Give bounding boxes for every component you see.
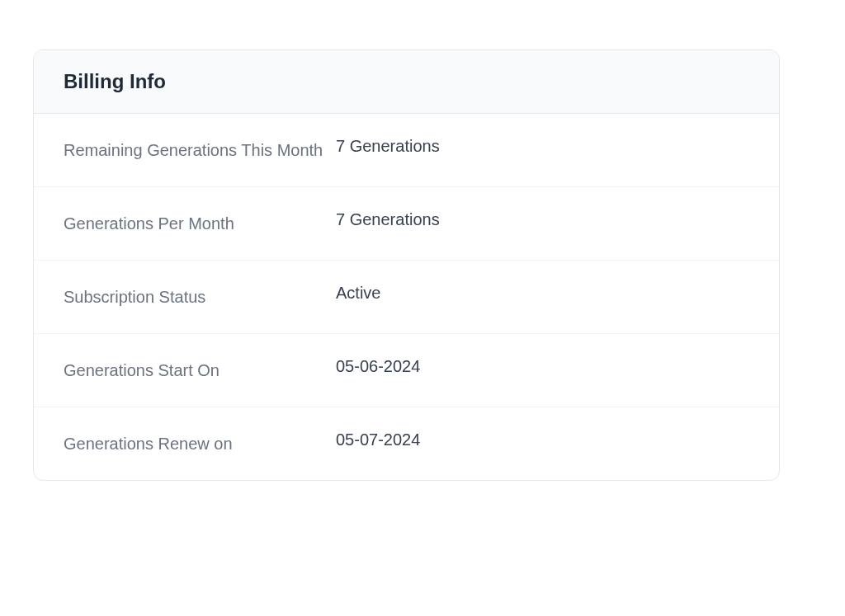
- billing-info-card: Billing Info Remaining Generations This …: [33, 49, 780, 481]
- value-generations-per-month: 7 Generations: [336, 210, 440, 229]
- label-subscription-status: Subscription Status: [64, 284, 336, 310]
- label-remaining-generations: Remaining Generations This Month: [64, 137, 336, 163]
- row-generations-renew-on: Generations Renew on 05-07-2024: [34, 407, 779, 480]
- card-header: Billing Info: [34, 50, 779, 114]
- card-title: Billing Info: [64, 70, 749, 93]
- row-generations-per-month: Generations Per Month 7 Generations: [34, 187, 779, 261]
- row-remaining-generations: Remaining Generations This Month 7 Gener…: [34, 114, 779, 187]
- label-generations-per-month: Generations Per Month: [64, 210, 336, 237]
- label-generations-start-on: Generations Start On: [64, 357, 336, 383]
- value-generations-start-on: 05-06-2024: [336, 357, 420, 376]
- value-generations-renew-on: 05-07-2024: [336, 430, 420, 449]
- row-generations-start-on: Generations Start On 05-06-2024: [34, 334, 779, 407]
- value-subscription-status: Active: [336, 284, 380, 303]
- value-remaining-generations: 7 Generations: [336, 137, 440, 156]
- row-subscription-status: Subscription Status Active: [34, 261, 779, 334]
- label-generations-renew-on: Generations Renew on: [64, 430, 336, 457]
